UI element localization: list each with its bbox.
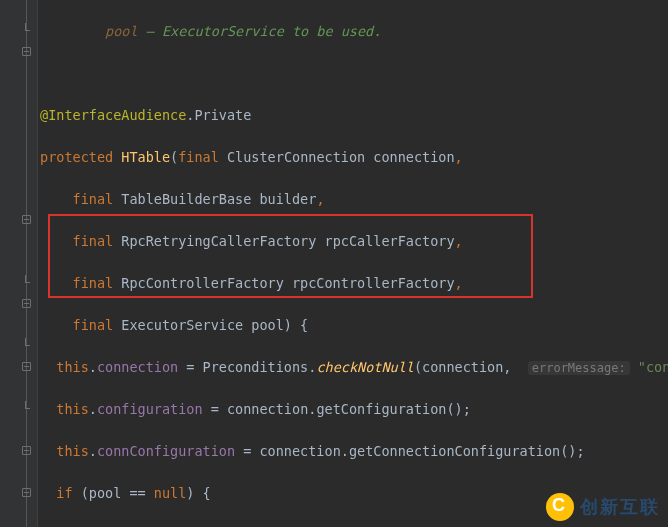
editor-gutter: [0, 0, 38, 527]
watermark-text: 创新互联: [580, 497, 660, 518]
code-editor[interactable]: pool – ExecutorService to be used. @Inte…: [40, 0, 668, 527]
fold-minus-icon[interactable]: [22, 215, 31, 224]
fold-minus-icon[interactable]: [22, 488, 31, 497]
code-line: this.connection = Preconditions.checkNot…: [40, 357, 668, 378]
code-line: @InterfaceAudience.Private: [40, 105, 668, 126]
code-line: this.configuration = connection.getConfi…: [40, 399, 668, 420]
fold-minus-icon[interactable]: [22, 446, 31, 455]
fold-minus-icon[interactable]: [22, 299, 31, 308]
fold-end-icon[interactable]: [22, 404, 31, 413]
fold-minus-icon[interactable]: [22, 362, 31, 371]
code-line: protected HTable(final ClusterConnection…: [40, 147, 668, 168]
watermark-logo-icon: [546, 493, 574, 521]
fold-minus-icon[interactable]: [22, 47, 31, 56]
code-line: final RpcControllerFactory rpcController…: [40, 273, 668, 294]
fold-end-icon[interactable]: [22, 341, 31, 350]
code-line: this.connConfiguration = connection.getC…: [40, 441, 668, 462]
fold-end-icon[interactable]: [22, 26, 31, 35]
code-line: [40, 63, 668, 84]
watermark: 创新互联: [546, 493, 660, 521]
code-line: final TableBuilderBase builder,: [40, 189, 668, 210]
code-line: pool – ExecutorService to be used.: [40, 21, 668, 42]
code-line: final ExecutorService pool) {: [40, 315, 668, 336]
fold-end-icon[interactable]: [22, 278, 31, 287]
code-line: final RpcRetryingCallerFactory rpcCaller…: [40, 231, 668, 252]
